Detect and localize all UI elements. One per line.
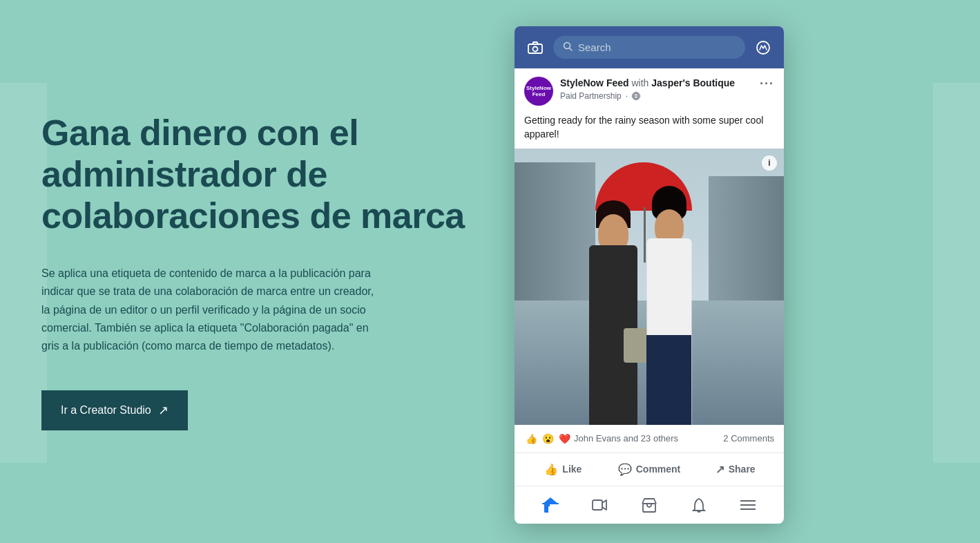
text-section: Gana dinero con el administrador de cola… — [41, 113, 511, 430]
post-info-icon[interactable]: i — [762, 155, 777, 171]
comment-button[interactable]: 💬 Comment — [606, 456, 693, 483]
share-icon: ↗ — [715, 463, 724, 476]
svg-line-3 — [570, 48, 573, 51]
description-text: Se aplica una etiqueta de contenido de m… — [41, 265, 380, 356]
svg-rect-11 — [593, 500, 602, 510]
post-author: StyleNow Feed — [560, 77, 629, 88]
comments-count: 2 Comments — [723, 433, 774, 444]
post-author-line: StyleNow Feed with Jasper's Boutique — [560, 77, 753, 89]
share-button[interactable]: ↗ Share — [692, 456, 778, 483]
cta-button[interactable]: Ir a Creator Studio ↗ — [41, 390, 188, 430]
comment-icon: 💬 — [618, 463, 632, 476]
nav-menu[interactable] — [736, 493, 760, 517]
post-partner: Jasper's Boutique — [651, 77, 735, 88]
post-options-button[interactable]: ··· — [760, 77, 774, 91]
action-buttons: 👍 Like 💬 Comment ↗ Share — [515, 453, 784, 486]
fig-r-body — [646, 238, 691, 425]
share-label: Share — [729, 464, 756, 475]
fb-mockup: Search StyleNowFeed — [515, 26, 784, 523]
fb-bottom-nav — [515, 486, 784, 524]
post-meta: StyleNow Feed with Jasper's Boutique Pai… — [560, 77, 753, 100]
fb-topbar: Search — [515, 26, 784, 68]
arrow-icon: ↗ — [158, 403, 169, 418]
main-heading: Gana dinero con el administrador de cola… — [41, 113, 483, 236]
info-label: i — [768, 158, 770, 168]
post-partnership: Paid Partnership · — [560, 91, 753, 101]
paid-partnership-text: Paid Partnership — [560, 91, 622, 101]
street-scene — [515, 149, 784, 425]
nav-notifications[interactable] — [687, 493, 711, 517]
messenger-icon[interactable] — [753, 38, 773, 57]
nav-home[interactable] — [539, 493, 562, 517]
fig-r-jeans — [646, 335, 691, 425]
camera-icon[interactable] — [526, 38, 545, 57]
svg-rect-12 — [643, 504, 655, 512]
wow-emoji: 😮 — [541, 432, 555, 446]
like-label: Like — [562, 464, 582, 475]
nav-video[interactable] — [588, 493, 611, 517]
phone-section: Search StyleNowFeed — [511, 19, 787, 523]
like-button[interactable]: 👍 Like — [520, 456, 606, 483]
svg-rect-10 — [548, 506, 553, 513]
search-placeholder: Search — [578, 41, 611, 53]
heart-emoji: ❤️ — [557, 432, 571, 446]
like-emoji: 👍 — [524, 432, 538, 446]
search-bar[interactable]: Search — [553, 36, 745, 59]
globe-icon — [632, 92, 640, 100]
nav-store[interactable] — [637, 493, 661, 517]
cta-label: Ir a Creator Studio — [61, 404, 151, 417]
post-image: i — [515, 149, 784, 425]
reactions-text: John Evans and 23 others — [574, 433, 678, 444]
search-icon — [563, 41, 573, 53]
figure-right — [628, 176, 711, 425]
right-accent — [933, 83, 980, 463]
like-icon: 👍 — [544, 463, 558, 476]
comment-label: Comment — [636, 464, 681, 475]
reactions-bar: 👍 😮 ❤️ John Evans and 23 others 2 Commen… — [515, 425, 784, 453]
svg-point-1 — [533, 46, 538, 51]
page-wrapper: Gana dinero con el administrador de cola… — [0, 0, 980, 543]
post-header: StyleNowFeed StyleNow Feed with Jasper's… — [515, 68, 784, 111]
reactions-left: 👍 😮 ❤️ John Evans and 23 others — [524, 432, 678, 446]
post-text: Getting ready for the rainy season with … — [515, 111, 784, 148]
avatar: StyleNowFeed — [524, 77, 553, 106]
main-content: Gana dinero con el administrador de cola… — [0, 0, 980, 543]
